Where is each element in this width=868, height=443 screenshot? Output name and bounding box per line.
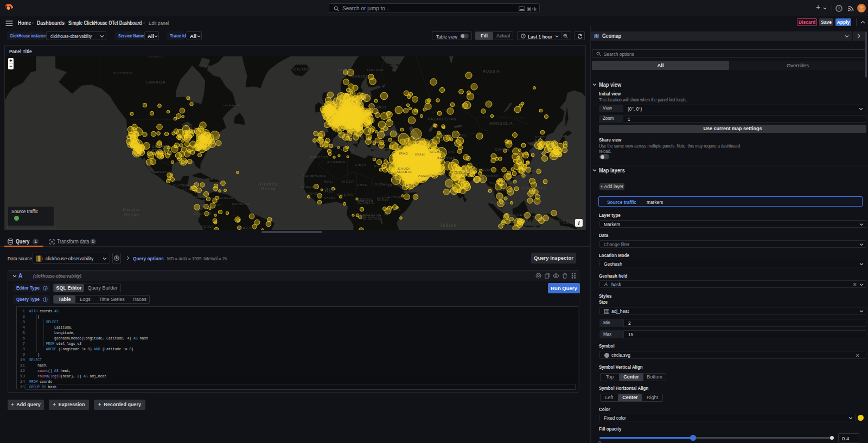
- svg-text:Ocean: Ocean: [124, 213, 139, 217]
- svg-text:GHANA: GHANA: [324, 197, 336, 200]
- svg-text:CHINA: CHINA: [495, 147, 510, 151]
- svg-text:TURKMENISTAN: TURKMENISTAN: [414, 138, 443, 142]
- svg-text:AFGHANISTAN: AFGHANISTAN: [430, 151, 455, 153]
- svg-text:TAIWAN: TAIWAN: [525, 170, 538, 172]
- svg-text:GUINEA: GUINEA: [308, 192, 321, 195]
- svg-text:FASO: FASO: [325, 190, 334, 193]
- svg-text:TURKEY: TURKEY: [382, 139, 398, 143]
- svg-text:COLOMBIA: COLOMBIA: [201, 203, 221, 207]
- svg-text:ERITREA: ERITREA: [388, 184, 403, 187]
- svg-text:HAITI: HAITI: [209, 178, 218, 181]
- svg-text:KOREA: KOREA: [535, 139, 547, 142]
- svg-text:ARABIA: ARABIA: [397, 170, 412, 174]
- svg-text:REPUBLIC: REPUBLIC: [357, 202, 374, 204]
- svg-text:INDIA: INDIA: [454, 171, 467, 175]
- svg-text:ETHIOPIA: ETHIOPIA: [388, 195, 407, 198]
- svg-text:EGYPT: EGYPT: [374, 164, 388, 168]
- svg-text:NORWAY: NORWAY: [339, 68, 355, 72]
- svg-text:SUDAN: SUDAN: [375, 183, 388, 186]
- svg-text:LABRADOR: LABRADOR: [223, 104, 240, 107]
- svg-text:Ocean: Ocean: [261, 187, 276, 191]
- svg-text:BELARUS: BELARUS: [369, 106, 387, 109]
- svg-text:GUATEMALA: GUATEMALA: [173, 184, 194, 187]
- svg-text:SURINAME: SURINAME: [232, 203, 250, 206]
- svg-text:TUNISIA: TUNISIA: [341, 149, 355, 152]
- svg-text:MALAYSIA: MALAYSIA: [490, 201, 509, 204]
- svg-text:IRAN: IRAN: [415, 152, 425, 156]
- svg-text:CANADA: CANADA: [145, 80, 165, 85]
- svg-text:LIBYA: LIBYA: [355, 163, 367, 166]
- svg-text:SUDAN: SUDAN: [377, 199, 389, 202]
- svg-text:NORTHWEST: NORTHWEST: [113, 72, 133, 74]
- svg-text:MOROCCO: MOROCCO: [309, 156, 328, 159]
- svg-text:RUSSIA: RUSSIA: [483, 69, 500, 73]
- svg-text:NUNAVUT: NUNAVUT: [148, 56, 164, 58]
- svg-text:PAKISTAN: PAKISTAN: [437, 157, 455, 160]
- svg-text:MALI: MALI: [324, 180, 333, 183]
- svg-text:CAMBODIA: CAMBODIA: [495, 189, 514, 191]
- svg-text:UNITED: UNITED: [152, 145, 169, 149]
- svg-text:PHILIPPINES: PHILIPPINES: [522, 187, 546, 190]
- svg-text:ECUADOR: ECUADOR: [194, 212, 212, 215]
- svg-text:CHAD: CHAD: [357, 183, 368, 187]
- svg-text:INDONESIA: INDONESIA: [506, 213, 529, 216]
- svg-text:SENEGAL: SENEGAL: [300, 186, 316, 189]
- svg-text:MONGOLIA: MONGOLIA: [489, 121, 513, 125]
- svg-text:KENYA: KENYA: [388, 208, 401, 211]
- svg-text:PANAMA: PANAMA: [194, 196, 207, 198]
- svg-text:STATES: STATES: [152, 149, 169, 152]
- svg-text:MYANMAR: MYANMAR: [481, 174, 499, 177]
- svg-text:NICARAGUA: NICARAGUA: [182, 188, 201, 191]
- svg-text:ALGERIA: ALGERIA: [327, 160, 346, 164]
- svg-text:SWEDEN: SWEDEN: [352, 75, 369, 78]
- svg-text:FINLAND: FINLAND: [367, 68, 384, 72]
- svg-text:THAILAND: THAILAND: [489, 182, 507, 185]
- svg-text:Atlantic: Atlantic: [258, 182, 279, 187]
- svg-text:Indian: Indian: [440, 223, 457, 228]
- svg-text:NIGER: NIGER: [341, 180, 354, 183]
- svg-text:BANGLADESH: BANGLADESH: [469, 169, 492, 171]
- svg-text:VENEZUELA: VENEZUELA: [212, 196, 234, 200]
- svg-text:PERU: PERU: [201, 225, 212, 228]
- svg-text:KYRGYZSTAN: KYRGYZSTAN: [443, 134, 466, 137]
- svg-text:IRAQ: IRAQ: [399, 152, 409, 155]
- svg-text:YEMEN: YEMEN: [404, 183, 417, 187]
- svg-text:ICELAND: ICELAND: [292, 68, 310, 71]
- svg-text:Pacific: Pacific: [123, 207, 141, 212]
- svg-text:NIGERIA: NIGERIA: [337, 193, 353, 196]
- svg-text:KAZAKHSTAN: KAZAKHSTAN: [427, 117, 456, 121]
- svg-text:BRAZIL: BRAZIL: [237, 226, 253, 230]
- svg-text:OMAN: OMAN: [418, 175, 429, 178]
- svg-text:MEXICO: MEXICO: [156, 170, 173, 174]
- svg-text:THE CONGO: THE CONGO: [360, 217, 380, 220]
- svg-text:MAURITANIA: MAURITANIA: [303, 175, 326, 178]
